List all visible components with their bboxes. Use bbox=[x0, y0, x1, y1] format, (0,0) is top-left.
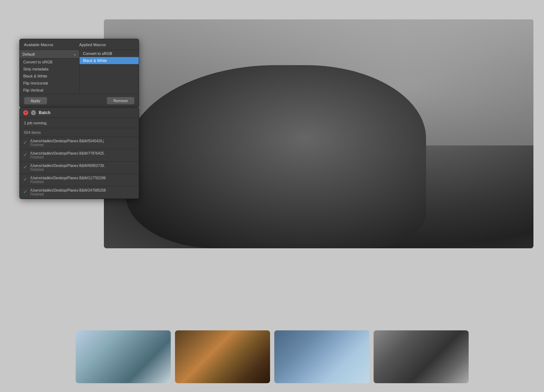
batch-item-1: ✓ /Users/nladkin/Desktop/Planes B&W/5045… bbox=[20, 137, 139, 149]
macro-item-flip-vertical[interactable]: Flip Vertical bbox=[20, 87, 79, 94]
batch-item-2: ✓ /Users/nladkin/Desktop/Planes B&W/7787… bbox=[20, 149, 139, 162]
batch-item-info-3: /Users/nladkin/Desktop/Planes B&W/908027… bbox=[30, 164, 135, 172]
batch-item-path-3: /Users/nladkin/Desktop/Planes B&W/908027… bbox=[30, 164, 135, 168]
batch-header: Batch bbox=[20, 108, 139, 118]
batch-item-4: ✓ /Users/nladkin/Desktop/Planes B&W/1177… bbox=[20, 174, 139, 186]
batch-panel: Batch 1 job running. 504 items ✓ /Users/… bbox=[19, 107, 139, 199]
check-icon-3: ✓ bbox=[23, 164, 27, 170]
main-photo-inner bbox=[104, 19, 533, 248]
macro-item-black-white[interactable]: Black & White bbox=[20, 73, 79, 80]
thumbnail-3[interactable] bbox=[274, 330, 369, 383]
batch-item-info-5: /Users/nladkin/Desktop/Planes B&W/247685… bbox=[30, 188, 135, 196]
batch-item-info-4: /Users/nladkin/Desktop/Planes B&W/117762… bbox=[30, 176, 135, 184]
thumbnail-1[interactable] bbox=[76, 330, 171, 383]
batch-item-status-1: Finished bbox=[30, 143, 135, 147]
thumbnail-strip bbox=[18, 329, 526, 385]
check-icon-2: ✓ bbox=[23, 152, 27, 157]
batch-item-status-2: Finished bbox=[30, 155, 135, 159]
batch-close-button[interactable] bbox=[23, 110, 28, 115]
check-icon-4: ✓ bbox=[23, 176, 27, 182]
batch-status: 1 job running. bbox=[20, 118, 139, 128]
chevron-down-icon: ⌄ bbox=[73, 52, 76, 56]
macros-left-panel: Default ⌄ Convert to sRGB Strip metadata… bbox=[20, 50, 80, 94]
batch-pause-button[interactable] bbox=[31, 110, 36, 115]
macros-footer: Apply Remove bbox=[20, 94, 139, 107]
batch-item-path-2: /Users/nladkin/Desktop/Planes B&W/778764… bbox=[30, 151, 135, 155]
macros-right-panel: Convert to sRGB Black & White bbox=[80, 50, 139, 94]
apply-button[interactable]: Apply bbox=[24, 97, 47, 105]
macros-panel: Available Macros Applied Macros Default … bbox=[19, 39, 139, 108]
remove-button[interactable]: Remove bbox=[107, 97, 135, 105]
batch-count: 504 items bbox=[20, 128, 139, 137]
batch-item-path-5: /Users/nladkin/Desktop/Planes B&W/247685… bbox=[30, 188, 135, 192]
aircraft-body bbox=[125, 65, 426, 248]
batch-item-info-1: /Users/nladkin/Desktop/Planes B&W/504542… bbox=[30, 139, 135, 147]
applied-item-black-white[interactable]: Black & White bbox=[80, 57, 139, 64]
batch-item-status-3: Finished bbox=[30, 168, 135, 172]
batch-title: Batch bbox=[39, 110, 50, 115]
check-icon-1: ✓ bbox=[23, 139, 27, 145]
macros-dropdown-value: Default bbox=[23, 52, 35, 56]
macros-header: Available Macros Applied Macros bbox=[20, 39, 139, 50]
batch-item-status-5: Finished bbox=[30, 192, 135, 196]
macro-item-strip-metadata[interactable]: Strip metadata bbox=[20, 66, 79, 73]
available-macros-header: Available Macros bbox=[24, 43, 79, 47]
batch-list: ✓ /Users/nladkin/Desktop/Planes B&W/5045… bbox=[20, 137, 139, 199]
macro-item-convert-srgb[interactable]: Convert to sRGB bbox=[20, 58, 79, 66]
macros-dropdown[interactable]: Default ⌄ bbox=[20, 50, 79, 58]
main-photo bbox=[104, 19, 533, 248]
batch-item-5: ✓ /Users/nladkin/Desktop/Planes B&W/2476… bbox=[20, 186, 139, 199]
batch-item-3: ✓ /Users/nladkin/Desktop/Planes B&W/9080… bbox=[20, 162, 139, 174]
batch-item-info-2: /Users/nladkin/Desktop/Planes B&W/778764… bbox=[30, 151, 135, 159]
thumbnail-4[interactable] bbox=[374, 330, 469, 383]
batch-item-status-4: Finished bbox=[30, 180, 135, 184]
macros-body: Default ⌄ Convert to sRGB Strip metadata… bbox=[20, 50, 139, 94]
macro-item-flip-horizontal[interactable]: Flip Horizontal bbox=[20, 80, 79, 87]
thumbnail-2[interactable] bbox=[175, 330, 270, 383]
applied-macros-header: Applied Macros bbox=[79, 43, 135, 47]
applied-item-convert-srgb[interactable]: Convert to sRGB bbox=[80, 50, 139, 57]
check-icon-5: ✓ bbox=[23, 189, 27, 194]
batch-item-path-1: /Users/nladkin/Desktop/Planes B&W/504542… bbox=[30, 139, 135, 143]
batch-item-path-4: /Users/nladkin/Desktop/Planes B&W/117762… bbox=[30, 176, 135, 180]
